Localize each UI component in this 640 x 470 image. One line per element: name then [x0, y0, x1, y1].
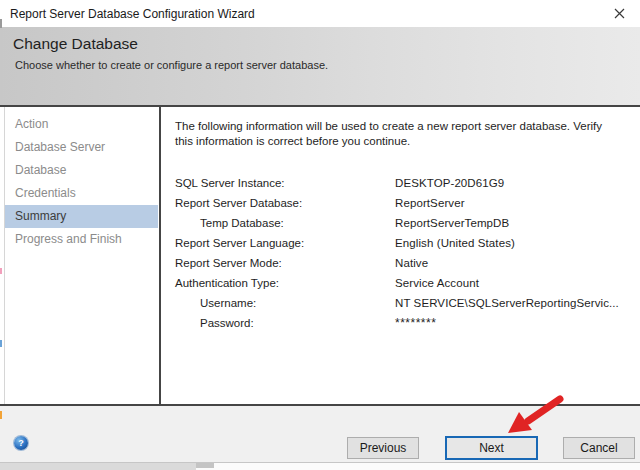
- footer-bar: [0, 406, 640, 462]
- field-value: Service Account: [395, 273, 479, 293]
- field-label: Report Server Mode:: [175, 253, 395, 273]
- title-bar: Report Server Database Configuration Wiz…: [0, 0, 640, 27]
- sidebar-item-progress-and-finish[interactable]: Progress and Finish: [5, 228, 158, 251]
- field-row-sql-server-instance: SQL Server Instance: DESKTOP-20D61G9: [175, 173, 640, 193]
- field-value-masked: ********: [395, 313, 436, 333]
- field-value: DESKTOP-20D61G9: [395, 173, 504, 193]
- cancel-button[interactable]: Cancel: [563, 437, 635, 459]
- wizard-header: Change Database Choose whether to create…: [0, 27, 640, 105]
- field-label: Username:: [175, 293, 395, 313]
- wizard-steps-sidebar: Action Database Server Database Credenti…: [0, 107, 159, 404]
- field-row-report-server-mode: Report Server Mode: Native: [175, 253, 640, 273]
- page-below-dialog-shade: [0, 463, 196, 470]
- field-value: English (United States): [395, 233, 515, 253]
- field-value: ReportServer: [395, 193, 465, 213]
- field-value: Native: [395, 253, 428, 273]
- sidebar-item-database[interactable]: Database: [5, 159, 158, 182]
- field-label: Authentication Type:: [175, 273, 395, 293]
- edge-artifact: [0, 340, 2, 347]
- field-label: Report Server Language:: [175, 233, 395, 253]
- sidebar-item-summary[interactable]: Summary: [5, 205, 158, 228]
- field-row-report-server-language: Report Server Language: English (United …: [175, 233, 640, 253]
- summary-intro-text: The following information will be used t…: [175, 119, 617, 149]
- window-title: Report Server Database Configuration Wiz…: [10, 7, 255, 21]
- edge-artifact: [0, 19, 2, 28]
- sidebar-item-action[interactable]: Action: [5, 113, 158, 136]
- summary-panel: The following information will be used t…: [161, 107, 640, 404]
- edge-artifact: [0, 411, 2, 419]
- field-label: Password:: [175, 313, 395, 333]
- close-icon[interactable]: [610, 4, 628, 22]
- field-label: SQL Server Instance:: [175, 173, 395, 193]
- sidebar-left-edge: [4, 107, 5, 404]
- next-button[interactable]: Next: [445, 436, 538, 460]
- field-value: NT SERVICE\SQLServerReportingServic...: [395, 293, 619, 313]
- sidebar-item-database-server[interactable]: Database Server: [5, 136, 158, 159]
- page-below-dialog-notch: [196, 463, 214, 468]
- field-label: Temp Database:: [175, 213, 395, 233]
- help-icon[interactable]: ?: [14, 436, 28, 450]
- field-row-report-server-database: Report Server Database: ReportServer: [175, 193, 640, 213]
- field-row-password: Password: ********: [175, 313, 640, 333]
- sidebar-item-credentials[interactable]: Credentials: [5, 182, 158, 205]
- field-row-temp-database: Temp Database: ReportServerTempDB: [175, 213, 640, 233]
- page-subtitle: Choose whether to create or configure a …: [15, 59, 328, 71]
- field-value: ReportServerTempDB: [395, 213, 509, 233]
- field-row-authentication-type: Authentication Type: Service Account: [175, 273, 640, 293]
- field-label: Report Server Database:: [175, 193, 395, 213]
- summary-fields: SQL Server Instance: DESKTOP-20D61G9 Rep…: [175, 173, 640, 333]
- page-title: Change Database: [13, 35, 138, 53]
- edge-artifact: [0, 268, 2, 274]
- previous-button[interactable]: Previous: [347, 437, 419, 459]
- field-row-username: Username: NT SERVICE\SQLServerReportingS…: [175, 293, 640, 313]
